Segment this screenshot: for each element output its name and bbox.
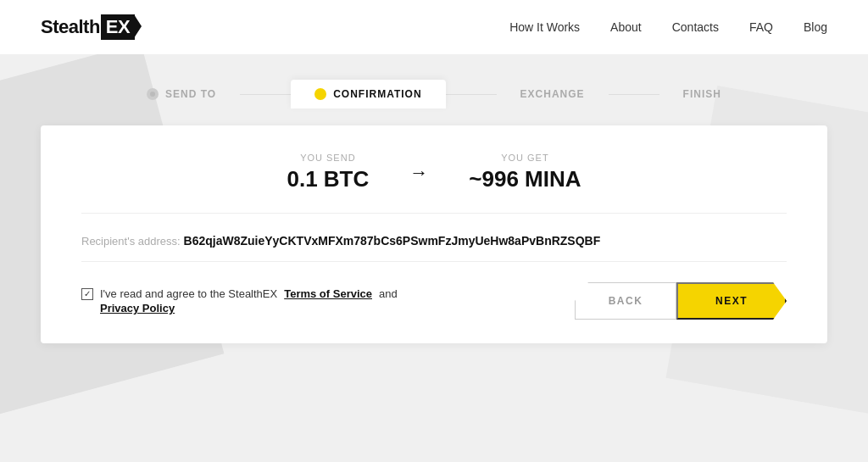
recipient-row: Recipient's address: B62qjaW8ZuieYyCKTVx…	[81, 234, 787, 262]
logo: Stealth EX	[41, 14, 135, 40]
step-finish-label: FINISH	[683, 88, 721, 100]
recipient-address: B62qjaW8ZuieYyCKTVxMFXm787bCs6PSwmFzJmyU…	[184, 234, 601, 248]
nav-blog[interactable]: Blog	[804, 20, 827, 34]
exchange-arrow-icon: →	[409, 162, 428, 184]
main-nav: How It Works About Contacts FAQ Blog	[509, 20, 827, 34]
header: Stealth EX How It Works About Contacts F…	[0, 0, 868, 54]
agree-line-1: I've read and agree to the StealthEX Ter…	[81, 287, 398, 300]
send-block: YOU SEND 0.1 BTC	[287, 153, 369, 192]
next-button[interactable]: NEXT	[676, 282, 787, 320]
nav-faq[interactable]: FAQ	[749, 20, 773, 34]
next-button-wrap: NEXT	[676, 282, 787, 320]
step-divider-2	[446, 94, 497, 95]
main-content: SEND TO CONFIRMATION EXCHANGE FINISH YOU…	[0, 54, 868, 369]
nav-how-it-works[interactable]: How It Works	[509, 20, 580, 34]
step-divider-1	[240, 94, 291, 95]
step-send-to-label: SEND TO	[165, 88, 216, 100]
svg-point-0	[150, 92, 155, 97]
agree-text-suffix: and	[379, 287, 398, 300]
agree-left: I've read and agree to the StealthEX Ter…	[81, 287, 398, 314]
agree-line-2: Privacy Policy	[81, 302, 398, 314]
step-send-to[interactable]: SEND TO	[123, 80, 240, 109]
send-label: YOU SEND	[287, 153, 369, 163]
recipient-label: Recipient's address:	[81, 235, 181, 248]
step-exchange-label: EXCHANGE	[520, 88, 585, 100]
privacy-policy-link[interactable]: Privacy Policy	[100, 302, 175, 314]
nav-contacts[interactable]: Contacts	[672, 20, 719, 34]
steps-bar: SEND TO CONFIRMATION EXCHANGE FINISH	[41, 80, 827, 109]
exchange-row: YOU SEND 0.1 BTC → YOU GET ~996 MINA	[81, 153, 787, 214]
agreement-row: I've read and agree to the StealthEX Ter…	[81, 282, 787, 320]
terms-of-service-link[interactable]: Terms of Service	[284, 287, 372, 300]
back-button[interactable]: BACK	[575, 282, 676, 320]
get-label: YOU GET	[469, 153, 581, 163]
send-amount: 0.1 BTC	[287, 166, 369, 192]
step-confirmation-dot	[314, 88, 326, 100]
agree-text-prefix: I've read and agree to the StealthEX	[100, 287, 277, 300]
action-buttons: BACK NEXT	[575, 282, 787, 320]
nav-about[interactable]: About	[610, 20, 642, 34]
step-confirmation-label: CONFIRMATION	[333, 88, 421, 100]
step-send-to-dot	[147, 88, 159, 100]
main-card: YOU SEND 0.1 BTC → YOU GET ~996 MINA Rec…	[41, 125, 827, 343]
step-exchange[interactable]: EXCHANGE	[497, 80, 609, 109]
agree-checkbox[interactable]	[81, 288, 93, 300]
get-block: YOU GET ~996 MINA	[469, 153, 581, 192]
step-confirmation[interactable]: CONFIRMATION	[291, 80, 445, 109]
logo-ex: EX	[101, 14, 135, 40]
get-amount: ~996 MINA	[469, 166, 581, 192]
back-button-wrap: BACK	[575, 282, 676, 320]
step-finish[interactable]: FINISH	[659, 80, 745, 109]
step-divider-3	[609, 94, 659, 95]
logo-stealth: Stealth	[41, 16, 100, 38]
